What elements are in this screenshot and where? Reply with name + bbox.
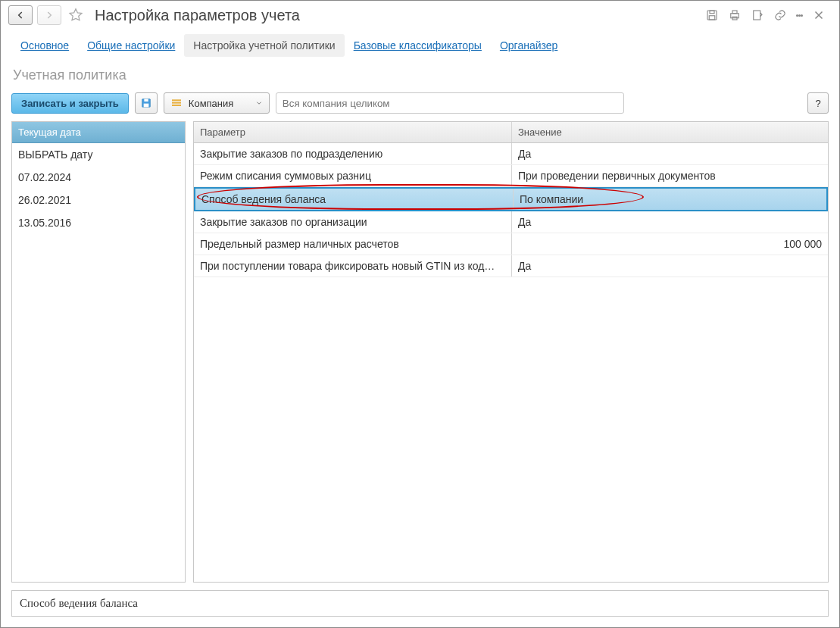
svg-rect-6 (754, 11, 760, 20)
scope-label: Компания (189, 98, 249, 109)
svg-rect-4 (732, 11, 737, 14)
param-value: При проведении первичных документов (512, 165, 828, 186)
svg-rect-2 (709, 16, 715, 20)
svg-rect-8 (144, 99, 148, 102)
more-menu-icon[interactable] (796, 13, 803, 18)
svg-rect-11 (172, 102, 181, 104)
param-name: Режим списания суммовых разниц (194, 165, 512, 186)
column-header-param: Параметр (194, 122, 512, 142)
nav-back-button[interactable] (8, 5, 33, 25)
link-icon[interactable] (773, 8, 787, 22)
print-icon[interactable] (728, 8, 742, 22)
page-title: Настройка параметров учета (90, 7, 701, 24)
param-name: Предельный размер наличных расчетов (194, 233, 512, 255)
tab-1[interactable]: Общие настройки (78, 34, 184, 57)
table-row[interactable]: При поступлении товара фиксировать новый… (194, 255, 828, 277)
table-row[interactable]: Предельный размер наличных расчетов100 0… (194, 233, 828, 255)
scope-dropdown[interactable]: Компания (164, 92, 270, 114)
column-header-value: Значение (512, 122, 828, 142)
date-panel-header: Текущая дата (12, 122, 185, 143)
param-value: По компании (514, 189, 826, 210)
section-tabs: ОсновноеОбщие настройкиНастройка учетной… (1, 30, 839, 57)
subsection-title: Учетная политика (1, 57, 839, 92)
tab-2[interactable]: Настройка учетной политики (184, 34, 344, 57)
status-footer: Способ ведения баланса (11, 590, 829, 617)
svg-rect-10 (172, 99, 181, 101)
nav-forward-button[interactable] (37, 5, 61, 25)
param-value: 100 000 (512, 233, 828, 255)
param-name: Закрытие заказов по организации (194, 211, 512, 233)
svg-rect-3 (731, 14, 739, 18)
parameters-table: Параметр Значение Закрытие заказов по по… (193, 121, 829, 583)
favorite-star-icon[interactable] (66, 5, 86, 25)
table-row[interactable]: Режим списания суммовых разницПри провед… (194, 165, 828, 187)
date-item[interactable]: 26.02.2021 (12, 189, 185, 211)
svg-rect-9 (144, 104, 149, 108)
filter-input[interactable] (276, 92, 624, 114)
svg-rect-1 (710, 11, 714, 14)
table-row[interactable]: Закрытие заказов по организацииДа (194, 211, 828, 233)
save-and-close-button[interactable]: Записать и закрыть (11, 93, 129, 114)
svg-rect-12 (172, 105, 181, 106)
param-name: Закрытие заказов по подразделению (194, 143, 512, 164)
date-item[interactable]: ВЫБРАТЬ дату (12, 143, 185, 166)
chevron-down-icon (255, 99, 263, 107)
help-button[interactable]: ? (807, 92, 829, 114)
date-panel: Текущая дата ВЫБРАТЬ дату07.02.202426.02… (11, 121, 186, 583)
toolbar: Записать и закрыть Компания ? (1, 92, 839, 121)
date-item[interactable]: 07.02.2024 (12, 166, 185, 189)
tab-0[interactable]: Основное (11, 34, 78, 57)
titlebar: Настройка параметров учета (1, 1, 839, 30)
param-value: Да (512, 211, 828, 233)
save-button[interactable] (135, 92, 158, 114)
close-icon[interactable] (812, 8, 826, 22)
date-item[interactable]: 13.05.2016 (12, 211, 185, 234)
param-name: Способ ведения баланса (195, 189, 514, 210)
save-icon[interactable] (705, 8, 719, 22)
tab-4[interactable]: Органайзер (491, 34, 567, 57)
table-row[interactable]: Способ ведения балансаПо компании (194, 187, 828, 211)
tab-3[interactable]: Базовые классификаторы (345, 34, 491, 57)
table-row[interactable]: Закрытие заказов по подразделениюДа (194, 143, 828, 165)
param-value: Да (512, 255, 828, 277)
param-name: При поступлении товара фиксировать новый… (194, 255, 512, 277)
report-icon[interactable] (751, 8, 764, 22)
param-value: Да (512, 143, 828, 164)
